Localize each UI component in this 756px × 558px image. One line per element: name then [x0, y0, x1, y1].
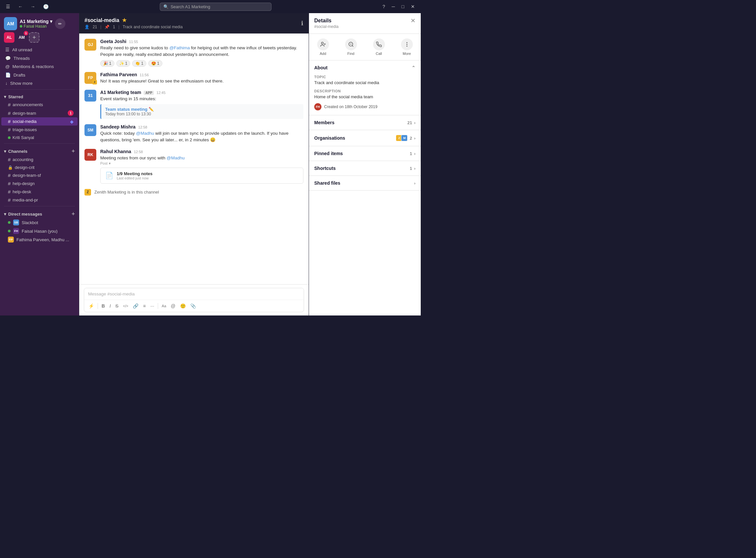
reaction-clap[interactable]: 👏 1	[132, 60, 146, 67]
menu-button[interactable]: ☰	[4, 3, 12, 10]
dm-item-slackbot[interactable]: SB Slackbot	[1, 218, 78, 227]
zenith-icon: Z	[84, 189, 91, 196]
org-avatar-m: M	[401, 135, 408, 141]
text-size-button[interactable]: Aa	[160, 303, 168, 309]
starred-section-header[interactable]: ▾ Starred	[0, 92, 79, 101]
about-section: About ⌃ Topic Track and coordinate socia…	[309, 60, 421, 115]
event-time: Today from 13:00 to 13:30	[105, 112, 299, 116]
message-input[interactable]	[84, 288, 304, 300]
mentions-icon: @	[5, 64, 10, 69]
details-actions: Add Find Call More	[309, 34, 421, 60]
reaction-sparkles[interactable]: ✨ 1	[116, 60, 130, 67]
drafts-icon: 📄	[5, 72, 11, 78]
message-toolbar: ⚡ B I S </> 🔗 ≡ ··· Aa @ 🙂 📎	[84, 300, 304, 312]
emoji-button[interactable]: 🙂	[178, 302, 187, 310]
history-button[interactable]: 🕐	[41, 3, 51, 10]
search-bar[interactable]: 🔍	[160, 3, 272, 11]
star-icon[interactable]: ★	[122, 17, 127, 23]
channel-item-design-team[interactable]: # design-team 1	[1, 109, 78, 117]
workspace-name[interactable]: A1 Marketing ▾	[20, 19, 52, 24]
post-preview[interactable]: 📄 1/9 Meeting notes Last edited just now	[100, 168, 303, 184]
channel-item-help-design[interactable]: # help-design	[1, 179, 78, 188]
channel-item-accounting[interactable]: # accounting	[1, 155, 78, 164]
compose-button[interactable]: ✏	[55, 18, 66, 29]
channels-label: ▾ Channels	[4, 149, 28, 154]
maximize-button[interactable]: □	[400, 3, 406, 10]
channel-item-kriti-sanyal[interactable]: Kriti Sanyal	[1, 134, 78, 141]
mention-fathima[interactable]: @Fathima	[169, 45, 190, 50]
pinned-items-row[interactable]: Pinned items 1 ›	[309, 146, 421, 161]
channel-item-design-team-sf[interactable]: # design-team-sf	[1, 171, 78, 179]
channel-info-button[interactable]: ℹ	[301, 20, 303, 27]
call-action[interactable]: Call	[373, 39, 385, 55]
title-bar: ☰ ← → 🕐 🔍 ? ─ □ ✕	[0, 0, 421, 13]
details-close-button[interactable]: ✕	[410, 18, 415, 24]
link-button[interactable]: 🔗	[131, 302, 140, 310]
toolbar-sep-2	[158, 303, 158, 309]
shared-files-row[interactable]: Shared files ›	[309, 176, 421, 191]
back-button[interactable]: ←	[16, 3, 25, 10]
members-row[interactable]: Members 21 ›	[309, 115, 421, 130]
orgs-chevron-icon: ›	[414, 136, 415, 141]
created-by: FH Created on 18th October 2019	[314, 103, 415, 110]
message-group-3: 31 A1 Marketing team APP 12:45 Event sta…	[84, 90, 303, 119]
reaction-love[interactable]: 😍 1	[148, 60, 162, 67]
add-dm-button[interactable]: +	[71, 211, 75, 217]
attach-button[interactable]: 📎	[189, 302, 198, 310]
current-workspace-avatar: AM 1	[17, 32, 27, 43]
event-card[interactable]: Team status meeting ✏️ Today from 13:00 …	[100, 104, 303, 119]
italic-button[interactable]: I	[108, 302, 112, 310]
channel-item-social-media[interactable]: # social-media ◆	[1, 117, 78, 126]
sidebar-item-threads[interactable]: 💬 Threads	[1, 54, 78, 62]
add-channel-button[interactable]: +	[71, 148, 75, 154]
main-area: AM A1 Marketing ▾ Faisal Hasan ✏	[0, 13, 421, 315]
details-header-text: Details #social-media	[314, 18, 338, 29]
more-action[interactable]: More	[401, 39, 413, 55]
svg-line-4	[352, 45, 353, 46]
workspace-info: A1 Marketing ▾ Faisal Hasan	[20, 19, 52, 29]
forward-button[interactable]: →	[29, 3, 37, 10]
message-5-content: Rahul Khanna 12:58 Meeting notes from ou…	[100, 149, 303, 184]
bold-button[interactable]: B	[100, 302, 106, 310]
dropdown-icon: ▾	[50, 19, 52, 24]
shortcuts-right: 1 ›	[409, 166, 415, 171]
mention-button[interactable]: @	[169, 302, 177, 310]
sidebar-item-all-unread[interactable]: ☰ All unread	[1, 45, 78, 54]
fathima-avatar: FP	[8, 236, 14, 243]
dm-item-faisal[interactable]: FH Faisal Hasan (you)	[1, 227, 78, 235]
find-action[interactable]: Find	[345, 39, 357, 55]
dm-section-header[interactable]: ▾ Direct messages +	[0, 208, 79, 218]
channel-item-announcements[interactable]: # announcements	[1, 101, 78, 109]
minimize-button[interactable]: ─	[390, 3, 397, 10]
workspace-header: AM A1 Marketing ▾ Faisal Hasan ✏	[0, 13, 79, 45]
description-label: Description	[314, 89, 415, 93]
channel-item-design-crit[interactable]: 🔒 design-crit	[1, 164, 78, 171]
strike-button[interactable]: S	[114, 302, 120, 310]
channel-item-help-desk[interactable]: # help-desk	[1, 188, 78, 196]
search-input[interactable]	[171, 4, 256, 9]
channel-item-triage-issues[interactable]: # triage-issues	[1, 126, 78, 134]
list-button[interactable]: ≡	[141, 302, 147, 310]
channels-section-header[interactable]: ▾ Channels +	[0, 146, 79, 155]
channel-item-media-and-pr[interactable]: # media-and-pr	[1, 196, 78, 204]
add-workspace-button[interactable]: +	[29, 32, 40, 43]
mention-madhu[interactable]: @Madhu	[136, 131, 154, 136]
organisations-row[interactable]: Organisations Z M 2 ›	[309, 130, 421, 146]
sidebar-item-drafts[interactable]: 📄 Drafts	[1, 71, 78, 79]
close-button[interactable]: ✕	[409, 3, 417, 10]
add-action[interactable]: Add	[317, 39, 329, 55]
shortcuts-row[interactable]: Shortcuts 1 ›	[309, 161, 421, 176]
code-button[interactable]: </>	[121, 303, 130, 309]
geeta-avatar: GJ	[84, 39, 96, 51]
topic-label: Topic	[314, 75, 415, 79]
more-format-button[interactable]: ···	[149, 302, 156, 310]
about-section-header[interactable]: About ⌃	[309, 60, 421, 75]
hash-icon: #	[8, 181, 10, 186]
sidebar-item-show-more[interactable]: ↓ Show more	[1, 79, 78, 87]
lightning-button[interactable]: ⚡	[87, 302, 96, 310]
mention-madhu-2[interactable]: @Madhu	[167, 155, 185, 160]
sidebar-item-mentions[interactable]: @ Mentions & reactions	[1, 62, 78, 71]
dm-item-fathima-madhu[interactable]: FP Fathima Parveen, Madhu ...	[1, 235, 78, 244]
reaction-party[interactable]: 🎉 1	[100, 60, 115, 67]
help-button[interactable]: ?	[381, 3, 387, 10]
